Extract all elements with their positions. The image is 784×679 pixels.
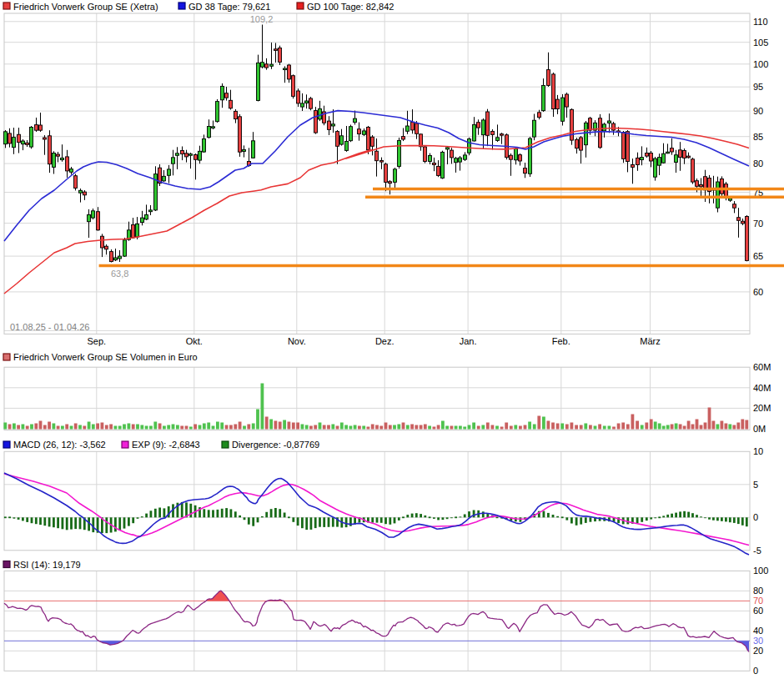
svg-text:Divergence: -0,87769: Divergence: -0,87769 — [232, 440, 319, 450]
svg-text:Nov.: Nov. — [288, 336, 306, 346]
svg-text:100: 100 — [753, 59, 768, 69]
svg-text:60M: 60M — [753, 362, 771, 372]
svg-text:70: 70 — [753, 219, 763, 229]
svg-text:Jan.: Jan. — [460, 336, 477, 346]
svg-text:63,8: 63,8 — [111, 269, 128, 279]
svg-text:Friedrich Vorwerk Group SE Vol: Friedrich Vorwerk Group SE Volumen in Eu… — [13, 352, 198, 362]
svg-text:5: 5 — [753, 480, 758, 490]
svg-text:100: 100 — [753, 566, 768, 576]
svg-text:0: 0 — [753, 512, 758, 522]
svg-text:Okt.: Okt. — [186, 336, 203, 346]
svg-text:65: 65 — [753, 251, 763, 261]
svg-text:70: 70 — [753, 596, 763, 606]
svg-text:95: 95 — [753, 82, 763, 92]
svg-text:RSI (14): 19,179: RSI (14): 19,179 — [13, 560, 81, 570]
svg-text:110: 110 — [753, 17, 768, 27]
svg-text:0: 0 — [753, 666, 758, 676]
svg-text:105: 105 — [753, 38, 768, 48]
svg-text:80: 80 — [753, 586, 763, 596]
svg-text:85: 85 — [753, 132, 763, 142]
svg-text:Sep.: Sep. — [87, 336, 106, 346]
svg-text:EXP (9): -2,6843: EXP (9): -2,6843 — [132, 440, 200, 450]
svg-text:01.08.25 - 01.04.26: 01.08.25 - 01.04.26 — [10, 322, 89, 332]
svg-text:109,2: 109,2 — [250, 14, 274, 24]
svg-text:30: 30 — [753, 636, 763, 646]
svg-text:GD 38 Tage: 79,621: GD 38 Tage: 79,621 — [188, 2, 270, 12]
svg-text:80: 80 — [753, 158, 763, 168]
svg-text:20: 20 — [753, 646, 763, 656]
svg-text:-5: -5 — [753, 546, 761, 556]
svg-text:60: 60 — [753, 606, 763, 616]
svg-text:MACD (26, 12): -3,562: MACD (26, 12): -3,562 — [13, 440, 106, 450]
svg-text:Dez.: Dez. — [375, 336, 395, 346]
svg-text:Friedrich Vorwerk Group SE (Xe: Friedrich Vorwerk Group SE (Xetra) — [13, 2, 158, 12]
svg-text:40M: 40M — [753, 383, 771, 393]
svg-text:GD 100 Tage: 82,842: GD 100 Tage: 82,842 — [307, 2, 394, 12]
svg-text:40: 40 — [753, 626, 763, 636]
svg-text:90: 90 — [753, 106, 763, 116]
svg-text:0M: 0M — [753, 424, 766, 434]
svg-text:20M: 20M — [753, 403, 771, 413]
svg-text:10: 10 — [753, 446, 763, 456]
svg-text:März: März — [640, 336, 660, 346]
svg-text:60: 60 — [753, 287, 763, 297]
svg-text:Feb.: Feb. — [552, 336, 570, 346]
